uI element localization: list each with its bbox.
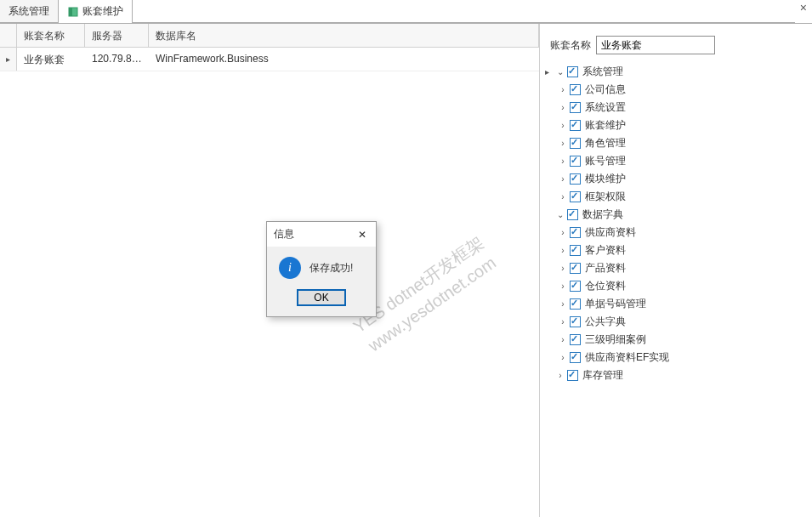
grid-header: 账套名称 服务器 数据库名: [0, 24, 539, 48]
tree-node[interactable]: ›账套维护: [545, 116, 803, 134]
tree-node[interactable]: ›供应商资料: [545, 224, 803, 241]
tab-label: 系统管理: [9, 4, 49, 19]
chevron-right-icon[interactable]: ›: [559, 282, 567, 291]
tab-system-management[interactable]: 系统管理: [0, 0, 59, 23]
tree-node[interactable]: ▸⌄系统管理: [545, 63, 803, 81]
checkbox[interactable]: [570, 263, 581, 274]
chevron-right-icon[interactable]: ›: [559, 157, 567, 166]
chevron-right-icon[interactable]: ›: [559, 247, 567, 255]
tree-label: 系统管理: [581, 65, 623, 79]
info-icon: i: [279, 257, 301, 279]
tree-node[interactable]: ›供应商资料EF实现: [545, 349, 803, 366]
row-indicator-icon: [0, 48, 17, 71]
tab-label: 账套维护: [82, 4, 123, 19]
chevron-right-icon[interactable]: ›: [559, 104, 567, 112]
checkbox[interactable]: [570, 298, 581, 310]
tree-node[interactable]: ›客户资料: [545, 241, 803, 259]
account-name-input[interactable]: [596, 36, 715, 54]
tree-label: 供应商资料EF实现: [583, 350, 669, 365]
tree-label: 产品资料: [583, 261, 626, 276]
chevron-down-icon[interactable]: ⌄: [556, 68, 565, 77]
tree-label: 公司信息: [583, 82, 626, 97]
checkbox[interactable]: [567, 209, 578, 220]
tree-label: 供应商资料: [583, 225, 636, 240]
checkbox[interactable]: [570, 281, 581, 292]
form-label-name: 账套名称: [550, 38, 591, 53]
tree-label: 客户资料: [583, 243, 626, 258]
chevron-right-icon[interactable]: ›: [559, 354, 567, 362]
tree-node[interactable]: ›三级明细案例: [545, 331, 803, 349]
checkbox[interactable]: [570, 316, 581, 327]
chevron-right-icon[interactable]: ›: [559, 318, 567, 327]
tree-node[interactable]: ›角色管理: [545, 134, 803, 152]
tab-account-maintenance[interactable]: 账套维护: [59, 0, 133, 23]
row-indicator-icon: ▸: [545, 67, 554, 77]
chevron-right-icon[interactable]: ›: [559, 139, 567, 148]
tree-label: 账套维护: [583, 118, 626, 133]
grid-pane: 账套名称 服务器 数据库名 业务账套 120.79.85... WinFrame…: [0, 24, 540, 517]
chevron-right-icon[interactable]: ›: [556, 372, 565, 380]
tree-node[interactable]: ›公共字典: [545, 313, 803, 331]
checkbox[interactable]: [570, 138, 581, 149]
checkbox[interactable]: [567, 66, 578, 77]
tree-label: 模块维护: [583, 172, 626, 186]
chevron-right-icon[interactable]: ›: [559, 175, 567, 184]
dialog-title: 信息: [274, 227, 355, 241]
tree-node[interactable]: ›账号管理: [545, 152, 803, 170]
tab-bar-spacer: [133, 0, 795, 23]
dialog-buttons: OK: [267, 286, 376, 316]
tree-label: 账号管理: [583, 154, 626, 168]
tree-label: 公共字典: [583, 315, 626, 329]
dialog-body: i 保存成功!: [267, 247, 376, 286]
chevron-right-icon[interactable]: ›: [559, 193, 567, 202]
tree-node[interactable]: ⌄数据字典: [545, 206, 803, 224]
dialog-title-bar[interactable]: 信息 ✕: [267, 222, 376, 247]
checkbox[interactable]: [570, 191, 581, 202]
column-header-db[interactable]: 数据库名: [149, 24, 539, 47]
checkbox[interactable]: [570, 156, 581, 167]
module-tree: ▸⌄系统管理›公司信息›系统设置›账套维护›角色管理›账号管理›模块维护›框架权…: [540, 60, 812, 388]
tree-label: 单据号码管理: [583, 297, 646, 311]
table-row[interactable]: 业务账套 120.79.85... WinFramework.Business: [0, 48, 539, 71]
detail-pane: 账套名称 ▸⌄系统管理›公司信息›系统设置›账套维护›角色管理›账号管理›模块维…: [540, 24, 812, 517]
main-split: 账套名称 服务器 数据库名 业务账套 120.79.85... WinFrame…: [0, 24, 812, 517]
chevron-right-icon[interactable]: ›: [559, 300, 567, 309]
chevron-right-icon[interactable]: ›: [559, 86, 567, 94]
chevron-down-icon[interactable]: ⌄: [556, 211, 565, 219]
checkbox[interactable]: [570, 173, 581, 185]
checkbox[interactable]: [567, 370, 578, 381]
tree-label: 三级明细案例: [583, 332, 646, 347]
column-header-server[interactable]: 服务器: [85, 24, 149, 47]
chevron-right-icon[interactable]: ›: [559, 336, 567, 344]
tree-node[interactable]: ›系统设置: [545, 99, 803, 116]
tree-node[interactable]: ›公司信息: [545, 81, 803, 99]
tree-label: 仓位资料: [583, 279, 626, 293]
checkbox[interactable]: [570, 334, 581, 345]
checkbox[interactable]: [570, 84, 581, 95]
tree-node[interactable]: ›模块维护: [545, 170, 803, 188]
tree-label: 角色管理: [583, 136, 626, 151]
chevron-right-icon[interactable]: ›: [559, 264, 567, 273]
tree-node[interactable]: ›仓位资料: [545, 277, 803, 295]
column-header-name[interactable]: 账套名称: [17, 24, 85, 47]
checkbox[interactable]: [570, 352, 581, 363]
checkbox[interactable]: [570, 245, 581, 256]
tab-bar: 系统管理 账套维护 ×: [0, 0, 812, 24]
tree-node[interactable]: ›单据号码管理: [545, 295, 803, 313]
checkbox[interactable]: [570, 227, 581, 238]
close-icon[interactable]: ✕: [355, 229, 369, 241]
checkbox[interactable]: [570, 120, 581, 131]
cell-server: 120.79.85...: [85, 48, 149, 71]
chevron-right-icon[interactable]: ›: [559, 122, 567, 130]
tree-node[interactable]: ›库存管理: [545, 366, 803, 384]
cell-name: 业务账套: [17, 48, 85, 71]
checkbox[interactable]: [570, 102, 581, 113]
row-indicator-header: [0, 24, 17, 47]
ok-button[interactable]: OK: [297, 289, 345, 306]
close-icon[interactable]: ×: [795, 0, 812, 23]
tree-node[interactable]: ›框架权限: [545, 188, 803, 206]
tree-label: 数据字典: [581, 207, 623, 222]
tree-label: 框架权限: [583, 190, 626, 204]
chevron-right-icon[interactable]: ›: [559, 229, 567, 237]
tree-node[interactable]: ›产品资料: [545, 259, 803, 277]
